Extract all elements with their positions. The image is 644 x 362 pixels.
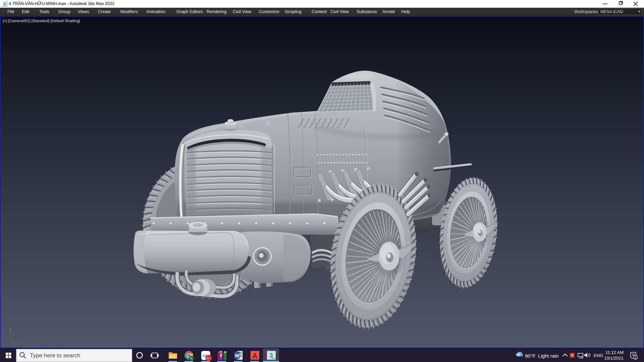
svg-text:W: W bbox=[235, 353, 239, 358]
svg-text:h: h bbox=[191, 357, 193, 360]
svg-text:90°F: 90°F bbox=[525, 353, 536, 359]
svg-text:ENG: ENG bbox=[594, 353, 603, 358]
svg-text:Type here to search: Type here to search bbox=[30, 352, 80, 359]
svg-text:Light rain: Light rain bbox=[538, 353, 559, 359]
svg-text:1: 1 bbox=[635, 356, 636, 359]
svg-text:10/1/2021: 10/1/2021 bbox=[604, 356, 624, 361]
svg-text:z: z bbox=[9, 327, 11, 331]
svg-text:5+: 5+ bbox=[207, 356, 211, 360]
svg-text:V: V bbox=[571, 353, 574, 357]
svg-text:MAX: MAX bbox=[272, 357, 276, 359]
svg-text:11:12 AM: 11:12 AM bbox=[605, 350, 624, 355]
